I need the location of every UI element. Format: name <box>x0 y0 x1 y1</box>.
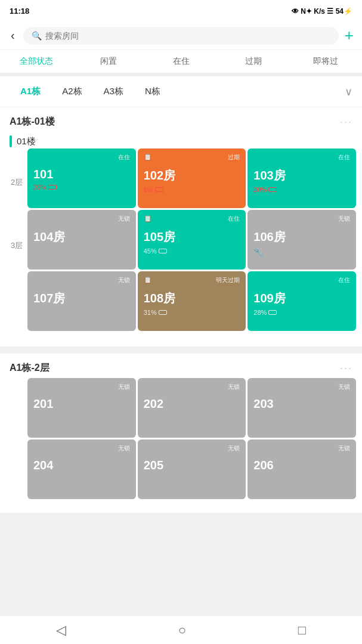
room-status-104房: 无锁 <box>118 215 130 223</box>
room-cell-206[interactable]: 无锁206 <box>247 439 356 499</box>
room-status-202: 无锁 <box>228 383 240 391</box>
building-tab-2[interactable]: A3栋 <box>93 82 134 101</box>
room-battery-105房: 45% <box>144 247 240 255</box>
status-tab-4[interactable]: 即将过 <box>290 50 362 73</box>
main-content: A1栋-01楼···01楼2层3层在住10120%📋过期102房6%在住103房… <box>0 107 362 556</box>
room-status-204: 无锁 <box>118 444 130 453</box>
room-status-106房: 无锁 <box>338 215 350 223</box>
badge-row-205: 无锁 <box>144 444 240 455</box>
floor-label-1-1 <box>6 444 27 507</box>
battery-icon <box>268 187 277 192</box>
battery-icon <box>48 185 57 190</box>
status-tabs: 全部状态闲置在住过期即将过 <box>0 50 362 74</box>
floor-label-0-0: 2层 <box>6 151 27 214</box>
building-tab-3[interactable]: N栋 <box>134 82 171 101</box>
room-number-202: 202 <box>144 397 240 411</box>
nav-recent-button[interactable]: □ <box>286 618 318 643</box>
status-time: 11:18 <box>10 7 29 16</box>
nav-home-button[interactable]: ○ <box>166 618 198 643</box>
search-input[interactable] <box>45 31 330 41</box>
room-icon-left-102房: 📋 <box>144 153 152 161</box>
badge-row-107房: 无锁 <box>33 276 130 287</box>
add-button[interactable]: + <box>345 26 354 45</box>
floors-wrapper-0: 2层3层在住10120%📋过期102房6%在住103房20%无锁104房📋在住1… <box>0 148 362 346</box>
room-number-105房: 105房 <box>144 229 240 245</box>
room-cell-108[interactable]: 📋明天过期108房31% <box>138 271 246 331</box>
battery-icon <box>155 187 163 192</box>
top-bar: ‹ 🔍 + <box>0 21 362 50</box>
section-title-0: A1栋-01楼 <box>10 116 340 128</box>
badge-row-104房: 无锁 <box>33 215 130 225</box>
building-tab-1[interactable]: A2栋 <box>51 82 92 101</box>
room-cell-105[interactable]: 📋在住105房45% <box>138 210 246 270</box>
section-title-1: A1栋-2层 <box>10 362 340 374</box>
room-number-204: 204 <box>33 459 130 472</box>
room-number-206: 206 <box>253 459 350 472</box>
status-tab-3[interactable]: 过期 <box>217 50 289 73</box>
room-cell-109[interactable]: 在住109房28% <box>247 271 356 331</box>
floor-labels-col-1 <box>6 378 27 507</box>
floor-indicator-row: 01楼 <box>0 132 362 148</box>
room-number-102房: 102房 <box>144 168 240 184</box>
badge-row-105房: 📋在住 <box>144 215 240 225</box>
room-cell-201[interactable]: 无锁201 <box>27 378 136 438</box>
room-wrench-icon-106房: 🔧 <box>253 247 350 257</box>
status-tab-2[interactable]: 在住 <box>145 50 217 73</box>
status-tab-1[interactable]: 闲置 <box>72 50 144 73</box>
room-number-205: 205 <box>144 459 240 472</box>
section-header-0: A1栋-01楼··· <box>0 107 362 132</box>
room-cell-107[interactable]: 无锁107房 <box>27 271 136 331</box>
room-status-109房: 在住 <box>338 276 350 284</box>
room-number-107房: 107房 <box>33 290 130 306</box>
room-battery-109房: 28% <box>253 309 350 316</box>
room-status-108房: 明天过期 <box>216 276 240 284</box>
floor-row-0-2: 无锁107房📋明天过期108房31%在住109房28% <box>27 271 356 331</box>
badge-row-108房: 📋明天过期 <box>144 276 240 287</box>
room-cell-106[interactable]: 无锁106房🔧 <box>247 210 356 270</box>
room-status-206: 无锁 <box>338 444 350 453</box>
room-cell-203[interactable]: 无锁203 <box>247 378 356 438</box>
nav-back-button[interactable]: ◁ <box>44 618 78 643</box>
room-status-203: 无锁 <box>338 383 350 391</box>
section-header-1: A1栋-2层··· <box>0 354 362 378</box>
search-box[interactable]: 🔍 <box>23 27 339 45</box>
search-icon: 🔍 <box>32 31 42 41</box>
building-tabs: A1栋A2栋A3栋N栋∨ <box>0 76 362 107</box>
section-more-0[interactable]: ··· <box>340 116 352 128</box>
room-battery-103房: 20% <box>253 186 350 193</box>
room-cell-102[interactable]: 📋过期102房6% <box>138 148 246 208</box>
room-status-201: 无锁 <box>118 383 130 391</box>
building-dropdown-icon[interactable]: ∨ <box>345 85 352 98</box>
room-cell-101[interactable]: 在住10120% <box>27 148 136 208</box>
room-cell-104[interactable]: 无锁104房 <box>27 210 136 270</box>
room-cell-103[interactable]: 在住103房20% <box>247 148 356 208</box>
building-tab-0[interactable]: A1栋 <box>10 82 51 101</box>
room-number-106房: 106房 <box>253 229 350 245</box>
floor-label-1-0 <box>6 380 27 444</box>
room-number-201: 201 <box>33 397 130 411</box>
room-status-205: 无锁 <box>228 444 240 453</box>
status-tab-0[interactable]: 全部状态 <box>0 50 72 74</box>
floor-indicator-bar <box>10 135 12 147</box>
battery-icon <box>159 310 167 315</box>
section-1: A1栋-2层···无锁201无锁202无锁203无锁204无锁205无锁206 <box>0 354 362 513</box>
section-0: A1栋-01楼···01楼2层3层在住10120%📋过期102房6%在住103房… <box>0 107 362 346</box>
badge-row-203: 无锁 <box>253 383 350 394</box>
room-number-101: 101 <box>33 168 130 181</box>
badge-row-201: 无锁 <box>33 383 130 394</box>
badge-row-109房: 在住 <box>253 276 350 287</box>
badge-row-103房: 在住 <box>253 153 350 164</box>
room-cell-204[interactable]: 无锁204 <box>27 439 136 499</box>
room-battery-108房: 31% <box>144 309 240 316</box>
badge-row-204: 无锁 <box>33 444 130 455</box>
room-cell-205[interactable]: 无锁205 <box>138 439 246 499</box>
room-status-101: 在住 <box>118 153 130 162</box>
room-icon-left-105房: 📋 <box>144 215 152 222</box>
floor-label-0-1: 3层 <box>6 214 27 277</box>
floor-indicator-text: 01楼 <box>17 136 36 147</box>
room-number-104房: 104房 <box>33 229 130 245</box>
section-more-1[interactable]: ··· <box>340 362 352 374</box>
room-cell-202[interactable]: 无锁202 <box>138 378 246 438</box>
status-bar: 11:18 👁 N✦ K/s ☰ 54⚡ <box>0 0 362 21</box>
back-icon[interactable]: ‹ <box>8 26 17 45</box>
